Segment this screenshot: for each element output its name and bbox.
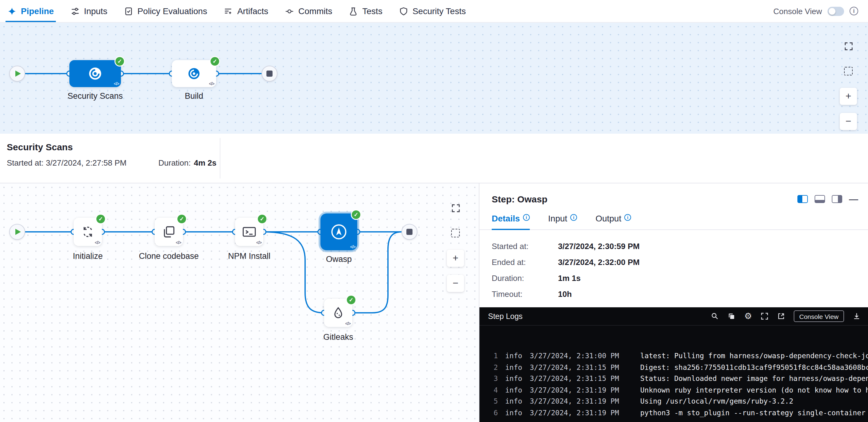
step-node-owasp[interactable]: </> ✓ <box>320 214 357 250</box>
tab-commits[interactable]: Commits <box>285 0 332 22</box>
log-row: 6 info 3/27/2024, 2:31:19 PM python3 -m … <box>489 407 868 418</box>
stage-node-build[interactable]: </> ✓ <box>172 60 216 87</box>
tab-artifacts[interactable]: Artifacts <box>224 0 268 22</box>
detail-label: Duration: <box>492 273 558 283</box>
code-badge: </> <box>209 82 214 86</box>
play-icon <box>16 229 21 235</box>
top-nav: Pipeline Inputs Policy Evaluations Artif… <box>0 0 868 23</box>
log-timestamp: 3/27/2024, 2:31:15 PM <box>530 373 633 384</box>
log-level: info <box>505 350 524 362</box>
step-panel-tabs: Details i Input i Output i <box>479 214 868 230</box>
step-start-node[interactable] <box>9 224 25 240</box>
layout-bottom-icon[interactable] <box>815 195 825 203</box>
stage-start-node[interactable] <box>9 66 25 82</box>
log-row: 4 info 3/27/2024, 2:31:19 PM Unknown rub… <box>489 384 868 396</box>
fullscreen-button[interactable] <box>840 37 857 55</box>
tab-policy-evaluations[interactable]: Policy Evaluations <box>124 0 207 22</box>
layout-split-left-icon[interactable] <box>797 195 808 203</box>
expand-logs-button[interactable] <box>761 312 769 320</box>
panel-layout-controls: — <box>797 195 858 203</box>
tab-inputs[interactable]: Inputs <box>70 0 107 22</box>
owasp-icon <box>330 223 348 241</box>
layout-split-right-icon[interactable] <box>832 195 842 203</box>
info-icon: i <box>523 214 530 221</box>
console-view-toggle[interactable] <box>828 6 844 15</box>
open-logs-new-tab-button[interactable] <box>777 312 785 320</box>
zoom-in-button[interactable]: + <box>447 250 464 267</box>
play-icon <box>16 70 21 77</box>
tab-output[interactable]: Output i <box>595 214 631 229</box>
marquee-select-button[interactable] <box>840 63 857 80</box>
search-logs-button[interactable] <box>711 312 719 320</box>
console-view-button[interactable]: Console View <box>794 311 844 322</box>
copy-logs-button[interactable] <box>728 312 736 320</box>
log-timestamp: 3/27/2024, 2:31:19 PM <box>530 407 633 418</box>
log-line-number: 5 <box>489 396 498 407</box>
stage-title: Security Scans <box>7 142 73 152</box>
step-logs-panel: Step Logs ⚙ Console View <box>479 307 868 422</box>
search-icon <box>711 312 719 320</box>
zoom-out-button[interactable]: − <box>840 113 857 130</box>
step-node-initialize[interactable]: </> ✓ <box>74 218 102 246</box>
tab-tests[interactable]: Tests <box>349 0 382 22</box>
success-badge: ✓ <box>96 215 105 223</box>
log-timestamp: 3/27/2024, 2:31:19 PM <box>530 396 633 407</box>
detail-label: Started at: <box>492 242 558 251</box>
divider <box>220 138 220 178</box>
step-node-label: Initialize <box>48 252 128 261</box>
stop-icon <box>406 229 412 235</box>
policy-evaluations-icon <box>124 6 133 15</box>
step-node-npm-install[interactable]: </> ✓ <box>235 218 264 246</box>
zoom-out-button[interactable]: − <box>447 275 464 292</box>
security-scans-stage-icon <box>88 66 102 81</box>
log-level: info <box>505 373 524 384</box>
step-logs-title: Step Logs <box>488 312 523 321</box>
step-node-gitleaks[interactable]: </> ✓ <box>324 299 352 327</box>
tab-label: Output <box>595 214 621 223</box>
tab-pipeline[interactable]: Pipeline <box>7 0 54 22</box>
duration-value: 4m 2s <box>194 158 217 167</box>
info-icon[interactable]: i <box>849 7 858 15</box>
log-timestamp: 3/27/2024, 2:31:19 PM <box>530 384 633 396</box>
log-lines[interactable]: 1 info 3/27/2024, 2:31:00 PM latest: Pul… <box>479 326 868 422</box>
tab-label: Artifacts <box>237 6 268 16</box>
tab-label: Details <box>492 214 520 223</box>
detail-value: 3/27/2024, 2:32:00 PM <box>558 258 856 267</box>
step-graph-canvas[interactable]: </> ✓ Initialize </> ✓ Clone codebase </… <box>0 184 479 422</box>
download-logs-button[interactable] <box>852 312 861 320</box>
toggle-knob <box>829 8 835 14</box>
minimize-panel-button[interactable]: — <box>849 196 858 202</box>
tab-label: Tests <box>363 6 382 16</box>
tab-input[interactable]: Input i <box>548 214 577 229</box>
step-panel-title: Step: Owasp <box>492 194 548 204</box>
info-icon: i <box>624 214 631 221</box>
step-end-node[interactable] <box>401 224 417 240</box>
commits-icon <box>285 6 294 15</box>
zoom-in-button[interactable]: + <box>840 88 857 105</box>
layout-fill <box>838 196 842 202</box>
stage-node-security-scans[interactable]: </> ✓ <box>69 60 121 87</box>
pipeline-icon <box>7 6 17 15</box>
tab-details[interactable]: Details i <box>492 214 530 229</box>
lower-split: </> ✓ Initialize </> ✓ Clone codebase </… <box>0 184 868 422</box>
tab-label: Security Tests <box>412 6 466 16</box>
tab-security-tests[interactable]: Security Tests <box>399 0 466 22</box>
log-settings-button[interactable]: ⚙ <box>744 312 752 320</box>
code-badge: </> <box>345 321 350 326</box>
log-line-number: 2 <box>489 362 498 373</box>
stage-graph-canvas[interactable]: </> ✓ Security Scans </> ✓ Build + − <box>0 23 868 134</box>
marquee-select-button[interactable] <box>447 225 464 242</box>
success-badge: ✓ <box>352 210 360 219</box>
tab-label: Policy Evaluations <box>137 6 207 16</box>
log-line-number: 3 <box>489 373 498 384</box>
stage-duration: Duration:4m 2s <box>158 158 216 167</box>
success-badge: ✓ <box>347 296 355 304</box>
stage-end-node[interactable] <box>261 66 277 82</box>
step-node-clone-codebase[interactable]: </> ✓ <box>155 218 183 246</box>
success-badge: ✓ <box>258 215 267 223</box>
stage-node-label: Build <box>154 91 234 101</box>
log-message: Using /usr/local/rvm/gems/ruby-3.2.2 <box>640 396 794 407</box>
log-row: 1 info 3/27/2024, 2:31:00 PM latest: Pul… <box>489 350 868 362</box>
fullscreen-button[interactable] <box>447 199 464 217</box>
fullscreen-icon <box>844 41 853 51</box>
